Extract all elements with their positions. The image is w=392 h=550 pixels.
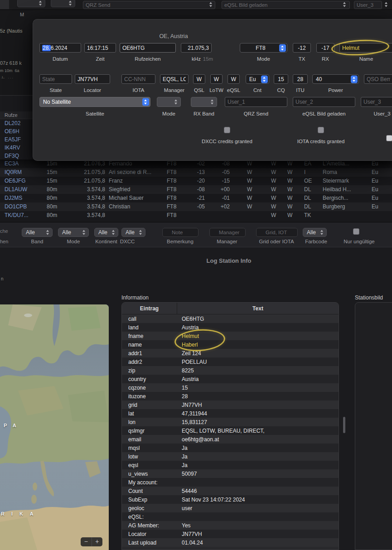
zoom-out-button[interactable]: − — [81, 537, 92, 546]
mode-filter-select[interactable]: Alle — [58, 228, 89, 237]
colorcode-filter-select[interactable]: Alle — [303, 228, 327, 237]
world-map[interactable]: P A R I K A − + — [0, 304, 109, 550]
table-row[interactable]: TK/DU7... 80m 3.574,8 FT8 W W TK — [0, 211, 392, 220]
info-value: Ja — [175, 454, 339, 460]
qrz-send-toolbar-field[interactable] — [83, 1, 215, 9]
information-panel-title: Information — [121, 294, 149, 301]
callsign-field[interactable] — [120, 43, 176, 53]
qso-qsl-flag: W — [247, 178, 256, 184]
dxcc-filter-select[interactable]: Alle — [121, 228, 145, 237]
user1-field[interactable] — [225, 97, 287, 107]
satellite-select[interactable]: No Satellite — [39, 97, 150, 107]
qso-qsl-flag: W — [247, 186, 256, 193]
info-value: oe6htg@aon.at — [175, 436, 339, 443]
info-key: name — [122, 342, 175, 348]
table-row[interactable]: IQ0RM 15m 21.075,8 Ari sezione di R... F… — [0, 168, 392, 177]
locator-field[interactable] — [75, 74, 110, 84]
time-label: Zeit — [84, 56, 116, 62]
state-field[interactable] — [39, 74, 72, 84]
qso-comment-field[interactable] — [364, 74, 392, 84]
cq-zone-field[interactable] — [274, 74, 288, 84]
rx-report-field[interactable] — [316, 43, 334, 53]
table-row[interactable]: DF3Q — [0, 152, 33, 160]
manager-field[interactable] — [160, 74, 189, 84]
grid-filter-label: Grid oder IOTA — [252, 239, 301, 244]
itu-zone-field[interactable] — [293, 74, 308, 84]
info-key: zip — [122, 367, 175, 374]
qso-name: Christian — [109, 203, 165, 210]
invalid-only-checkbox[interactable] — [353, 228, 359, 235]
user3-toolbar-field[interactable] — [354, 1, 382, 9]
dxcc-filter-value: Alle — [126, 229, 135, 236]
info-value: 01.04.24 — [175, 540, 339, 546]
qso-callsign: EC3A — [5, 160, 45, 167]
table-row[interactable]: DO1CPB 80m 3.574,8 Christian FT8 -05 +02… — [0, 203, 392, 211]
iota-credits-label: IOTA credits granted — [290, 139, 352, 144]
lotw-field[interactable] — [210, 74, 223, 84]
info-key: country — [122, 376, 175, 382]
power-select[interactable]: 40 — [312, 74, 359, 84]
qsl-field[interactable] — [193, 74, 205, 84]
mode-select[interactable]: FT8 — [240, 43, 287, 53]
table-row[interactable]: DL202 — [0, 119, 33, 127]
table-row[interactable]: IK4RV — [0, 144, 33, 152]
satellite-mode-select[interactable] — [157, 97, 181, 107]
filter-fragment-bottom: hen — [0, 239, 8, 244]
user2-label: eQSL Bild geladen — [286, 111, 362, 116]
info-value: JN77VH — [175, 531, 339, 537]
table-row[interactable]: DL1AUW 80m 3.574,8 Siegfried FT8 -08 +00… — [0, 185, 392, 194]
info-value: user — [175, 505, 339, 511]
qso-mode: FT8 — [167, 203, 183, 210]
window-title: Log Station Info — [66, 257, 392, 264]
chevron-updown-icon[interactable] — [383, 1, 390, 9]
zoom-in-button[interactable]: + — [92, 537, 103, 546]
user2-field[interactable] — [293, 97, 355, 107]
band-filter-select[interactable]: Alle — [22, 228, 53, 237]
qso-continent: Eu — [372, 195, 385, 201]
info-row: country Austria — [122, 375, 339, 383]
table-row[interactable]: DJ2MS 80m 3.574,8 Michael Sauer FT8 -21 … — [0, 194, 392, 203]
qso-lotw-flag: W — [271, 178, 280, 184]
tx-report-field[interactable] — [293, 43, 311, 53]
qso-lotw-flag: W — [271, 212, 280, 218]
table-row[interactable]: EA5JF — [0, 135, 33, 144]
continent-filter-select[interactable]: Alle — [94, 228, 118, 237]
info-row: grid JN77VH — [122, 400, 339, 409]
rx-band-select[interactable] — [191, 97, 217, 107]
continent-select[interactable]: Eu — [246, 74, 269, 84]
manager-search-input[interactable] — [209, 228, 246, 237]
name-field[interactable] — [339, 43, 392, 53]
toolbar-corner-control[interactable] — [0, 0, 9, 9]
qso-edit-dialog: OE, Austria 28. 6.2024 FT8 Datum Zeit Ru… — [33, 19, 392, 161]
note-search-input[interactable] — [162, 228, 198, 237]
eqsl-field[interactable] — [227, 74, 240, 84]
qso-callsign: IK4RV — [5, 145, 20, 151]
table-row[interactable]: OE6H — [0, 127, 33, 135]
user1-label: QRZ Send — [225, 111, 287, 116]
grid-search-input[interactable] — [256, 228, 298, 237]
extra-credits-checkbox[interactable] — [386, 135, 392, 141]
dxcc-credits-checkbox[interactable] — [224, 127, 230, 133]
info-value: POELLAU — [175, 359, 339, 365]
toolbar-combo-1[interactable] — [17, 0, 45, 7]
iota-credits-checkbox[interactable] — [318, 127, 324, 133]
info-value: EQSL, LOTW, BUREAU, DIRECT, — [175, 428, 339, 434]
info-row: eqsl Ja — [122, 461, 339, 469]
chevron-updown-icon[interactable] — [341, 1, 348, 9]
date-field[interactable]: 28. 6.2024 — [39, 43, 81, 53]
chevron-updown-icon — [37, 0, 44, 7]
frequency-field[interactable] — [181, 43, 212, 53]
chevron-updown-icon[interactable] — [208, 1, 214, 9]
qso-frequency: 21.076,3 — [67, 160, 105, 167]
table-row[interactable]: OE6JFG 15m 21.075,8 Franz FT8 -20 -15 W … — [0, 177, 392, 185]
qso-callsign: EA5JF — [5, 136, 21, 143]
user3-field[interactable] — [361, 97, 392, 107]
time-field[interactable] — [84, 43, 116, 53]
toolbar-combo-2[interactable] — [51, 0, 75, 7]
band-filter-label: Band — [22, 239, 53, 244]
map-label-europa: P A — [4, 423, 19, 428]
info-key: Locator — [122, 531, 175, 537]
eqsl-toolbar-field[interactable] — [222, 1, 350, 9]
iota-field[interactable] — [121, 74, 155, 84]
info-panel-scrollbar[interactable] — [343, 417, 345, 433]
